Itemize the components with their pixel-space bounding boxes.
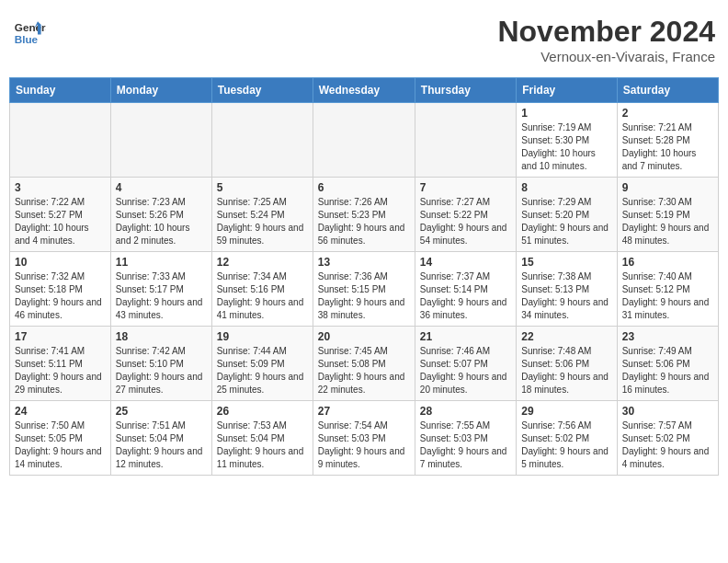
calendar-cell: 22Sunrise: 7:48 AM Sunset: 5:06 PM Dayli… bbox=[517, 327, 617, 401]
title-area: November 2024 Vernoux-en-Vivarais, Franc… bbox=[497, 15, 715, 64]
day-info: Sunrise: 7:54 AM Sunset: 5:03 PM Dayligh… bbox=[318, 419, 410, 471]
day-number: 30 bbox=[622, 405, 713, 418]
day-number: 16 bbox=[622, 256, 713, 269]
day-number: 29 bbox=[521, 405, 611, 418]
calendar-week-1: 1Sunrise: 7:19 AM Sunset: 5:30 PM Daylig… bbox=[10, 103, 719, 178]
calendar-header-row: SundayMondayTuesdayWednesdayThursdayFrid… bbox=[10, 78, 719, 103]
calendar-cell: 2Sunrise: 7:21 AM Sunset: 5:28 PM Daylig… bbox=[617, 103, 718, 178]
day-number: 9 bbox=[622, 181, 713, 194]
day-number: 8 bbox=[521, 181, 611, 194]
day-info: Sunrise: 7:42 AM Sunset: 5:10 PM Dayligh… bbox=[116, 345, 207, 396]
day-info: Sunrise: 7:23 AM Sunset: 5:26 PM Dayligh… bbox=[116, 196, 207, 247]
day-info: Sunrise: 7:33 AM Sunset: 5:17 PM Dayligh… bbox=[116, 270, 207, 322]
calendar-week-3: 10Sunrise: 7:32 AM Sunset: 5:18 PM Dayli… bbox=[10, 252, 719, 327]
calendar-cell: 6Sunrise: 7:26 AM Sunset: 5:23 PM Daylig… bbox=[313, 178, 415, 252]
day-number: 20 bbox=[318, 330, 410, 343]
calendar-cell: 12Sunrise: 7:34 AM Sunset: 5:16 PM Dayli… bbox=[211, 252, 313, 327]
day-info: Sunrise: 7:34 AM Sunset: 5:16 PM Dayligh… bbox=[217, 270, 308, 322]
calendar-week-5: 24Sunrise: 7:50 AM Sunset: 5:05 PM Dayli… bbox=[10, 401, 719, 476]
day-info: Sunrise: 7:27 AM Sunset: 5:22 PM Dayligh… bbox=[420, 196, 511, 247]
calendar-cell bbox=[110, 103, 211, 178]
day-info: Sunrise: 7:29 AM Sunset: 5:20 PM Dayligh… bbox=[521, 196, 611, 247]
day-number: 27 bbox=[318, 405, 410, 418]
day-info: Sunrise: 7:55 AM Sunset: 5:03 PM Dayligh… bbox=[420, 419, 511, 471]
calendar-cell: 7Sunrise: 7:27 AM Sunset: 5:22 PM Daylig… bbox=[415, 178, 516, 252]
calendar-cell: 3Sunrise: 7:22 AM Sunset: 5:27 PM Daylig… bbox=[10, 178, 111, 252]
day-number: 23 bbox=[622, 330, 713, 343]
day-info: Sunrise: 7:26 AM Sunset: 5:23 PM Dayligh… bbox=[318, 196, 410, 247]
day-number: 28 bbox=[420, 405, 511, 418]
calendar-cell: 1Sunrise: 7:19 AM Sunset: 5:30 PM Daylig… bbox=[517, 103, 617, 178]
calendar-week-2: 3Sunrise: 7:22 AM Sunset: 5:27 PM Daylig… bbox=[10, 178, 719, 252]
day-info: Sunrise: 7:21 AM Sunset: 5:28 PM Dayligh… bbox=[622, 121, 713, 173]
calendar-cell: 5Sunrise: 7:25 AM Sunset: 5:24 PM Daylig… bbox=[211, 178, 313, 252]
calendar-cell: 15Sunrise: 7:38 AM Sunset: 5:13 PM Dayli… bbox=[517, 252, 617, 327]
header: General Blue November 2024 Vernoux-en-Vi… bbox=[9, 9, 719, 70]
calendar-cell: 14Sunrise: 7:37 AM Sunset: 5:14 PM Dayli… bbox=[415, 252, 516, 327]
calendar-cell: 21Sunrise: 7:46 AM Sunset: 5:07 PM Dayli… bbox=[415, 327, 516, 401]
calendar-cell: 26Sunrise: 7:53 AM Sunset: 5:04 PM Dayli… bbox=[211, 401, 313, 476]
day-number: 26 bbox=[217, 405, 308, 418]
day-number: 19 bbox=[217, 330, 308, 343]
logo: General Blue bbox=[13, 15, 46, 48]
day-number: 14 bbox=[420, 256, 511, 269]
calendar-cell: 23Sunrise: 7:49 AM Sunset: 5:06 PM Dayli… bbox=[617, 327, 718, 401]
calendar-cell: 11Sunrise: 7:33 AM Sunset: 5:17 PM Dayli… bbox=[110, 252, 211, 327]
day-number: 1 bbox=[521, 107, 611, 120]
day-number: 25 bbox=[116, 405, 207, 418]
calendar-cell: 29Sunrise: 7:56 AM Sunset: 5:02 PM Dayli… bbox=[517, 401, 617, 476]
day-number: 17 bbox=[15, 330, 106, 343]
calendar-cell: 20Sunrise: 7:45 AM Sunset: 5:08 PM Dayli… bbox=[313, 327, 415, 401]
day-number: 4 bbox=[116, 181, 207, 194]
day-info: Sunrise: 7:32 AM Sunset: 5:18 PM Dayligh… bbox=[15, 270, 106, 322]
day-info: Sunrise: 7:22 AM Sunset: 5:27 PM Dayligh… bbox=[15, 196, 106, 247]
day-number: 7 bbox=[420, 181, 511, 194]
day-info: Sunrise: 7:25 AM Sunset: 5:24 PM Dayligh… bbox=[217, 196, 308, 247]
day-number: 3 bbox=[15, 181, 106, 194]
day-number: 6 bbox=[318, 181, 410, 194]
calendar-cell bbox=[415, 103, 516, 178]
day-number: 18 bbox=[116, 330, 207, 343]
day-info: Sunrise: 7:53 AM Sunset: 5:04 PM Dayligh… bbox=[217, 419, 308, 471]
day-number: 21 bbox=[420, 330, 511, 343]
svg-text:General: General bbox=[15, 21, 46, 33]
calendar-header-tuesday: Tuesday bbox=[211, 78, 313, 103]
day-info: Sunrise: 7:49 AM Sunset: 5:06 PM Dayligh… bbox=[622, 345, 713, 396]
calendar-cell: 16Sunrise: 7:40 AM Sunset: 5:12 PM Dayli… bbox=[617, 252, 718, 327]
calendar-cell bbox=[313, 103, 415, 178]
day-info: Sunrise: 7:46 AM Sunset: 5:07 PM Dayligh… bbox=[420, 345, 511, 396]
day-number: 2 bbox=[622, 107, 713, 120]
calendar-cell bbox=[10, 103, 111, 178]
day-number: 15 bbox=[521, 256, 611, 269]
day-number: 13 bbox=[318, 256, 410, 269]
calendar-cell: 10Sunrise: 7:32 AM Sunset: 5:18 PM Dayli… bbox=[10, 252, 111, 327]
day-info: Sunrise: 7:40 AM Sunset: 5:12 PM Dayligh… bbox=[622, 270, 713, 322]
calendar-cell: 24Sunrise: 7:50 AM Sunset: 5:05 PM Dayli… bbox=[10, 401, 111, 476]
calendar: SundayMondayTuesdayWednesdayThursdayFrid… bbox=[9, 77, 719, 476]
month-title: November 2024 bbox=[497, 15, 715, 49]
calendar-cell: 18Sunrise: 7:42 AM Sunset: 5:10 PM Dayli… bbox=[110, 327, 211, 401]
day-number: 11 bbox=[116, 256, 207, 269]
day-number: 5 bbox=[217, 181, 308, 194]
calendar-cell: 8Sunrise: 7:29 AM Sunset: 5:20 PM Daylig… bbox=[517, 178, 617, 252]
calendar-cell: 13Sunrise: 7:36 AM Sunset: 5:15 PM Dayli… bbox=[313, 252, 415, 327]
svg-text:Blue: Blue bbox=[15, 33, 39, 45]
day-info: Sunrise: 7:50 AM Sunset: 5:05 PM Dayligh… bbox=[15, 419, 106, 471]
day-info: Sunrise: 7:37 AM Sunset: 5:14 PM Dayligh… bbox=[420, 270, 511, 322]
calendar-header-thursday: Thursday bbox=[415, 78, 516, 103]
calendar-cell: 25Sunrise: 7:51 AM Sunset: 5:04 PM Dayli… bbox=[110, 401, 211, 476]
calendar-cell: 28Sunrise: 7:55 AM Sunset: 5:03 PM Dayli… bbox=[415, 401, 516, 476]
day-info: Sunrise: 7:57 AM Sunset: 5:02 PM Dayligh… bbox=[622, 419, 713, 471]
calendar-cell: 27Sunrise: 7:54 AM Sunset: 5:03 PM Dayli… bbox=[313, 401, 415, 476]
day-info: Sunrise: 7:56 AM Sunset: 5:02 PM Dayligh… bbox=[521, 419, 611, 471]
calendar-header-saturday: Saturday bbox=[617, 78, 718, 103]
calendar-header-sunday: Sunday bbox=[10, 78, 111, 103]
day-number: 24 bbox=[15, 405, 106, 418]
calendar-cell: 30Sunrise: 7:57 AM Sunset: 5:02 PM Dayli… bbox=[617, 401, 718, 476]
logo-icon: General Blue bbox=[13, 15, 46, 48]
calendar-header-friday: Friday bbox=[517, 78, 617, 103]
day-info: Sunrise: 7:41 AM Sunset: 5:11 PM Dayligh… bbox=[15, 345, 106, 396]
day-info: Sunrise: 7:51 AM Sunset: 5:04 PM Dayligh… bbox=[116, 419, 207, 471]
calendar-header-monday: Monday bbox=[110, 78, 211, 103]
day-info: Sunrise: 7:36 AM Sunset: 5:15 PM Dayligh… bbox=[318, 270, 410, 322]
